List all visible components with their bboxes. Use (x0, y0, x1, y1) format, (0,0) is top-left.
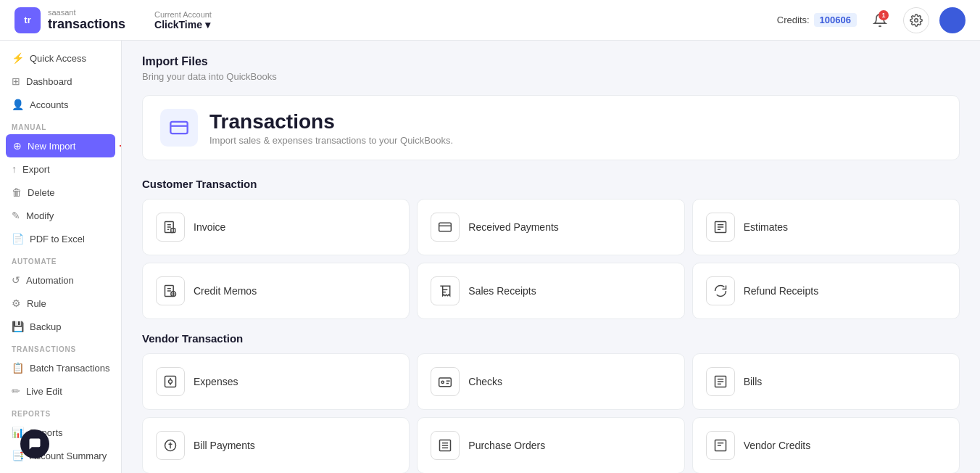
gear-icon (910, 14, 923, 27)
svg-rect-1 (170, 122, 187, 133)
sidebar-item-export[interactable]: ↑ Export (0, 157, 121, 181)
vendor-credits-label: Vendor Credits (744, 440, 811, 451)
main-content: Import Files Bring your data into QuickB… (122, 41, 980, 473)
sidebar-item-new-import[interactable]: ⊕ New Import (6, 134, 115, 157)
chat-icon (28, 437, 42, 451)
tx-card-bills[interactable]: Bills (692, 353, 960, 410)
tx-card-invoice[interactable]: Invoice (142, 199, 410, 255)
bill-payments-label: Bill Payments (194, 440, 255, 451)
transactions-section-label: TRANSACTIONS (0, 338, 121, 356)
app-layout: ⚡ Quick Access ⊞ Dashboard 👤 Accounts MA… (0, 41, 980, 473)
account-selector[interactable]: ClickTime ▾ (154, 19, 212, 30)
sidebar-item-label: New Import (28, 141, 75, 152)
account-info: Current Account ClickTime ▾ (154, 10, 212, 30)
tx-card-refund-receipts[interactable]: Refund Receipts (692, 263, 960, 319)
sidebar-item-label: Export (22, 164, 50, 175)
hero-icon-wrap (160, 109, 198, 147)
accounts-icon: 👤 (12, 99, 24, 110)
automate-section-label: AUTOMATE (0, 250, 121, 268)
sidebar-item-delete[interactable]: 🗑 Delete (0, 181, 121, 204)
sales-receipts-label: Sales Receipts (468, 285, 536, 297)
customer-transaction-grid: Invoice Received Payments (142, 199, 960, 319)
credits-badge: 100606 (814, 13, 857, 27)
dashboard-icon: ⊞ (12, 75, 20, 87)
transactions-hero-icon (169, 118, 189, 138)
brand-logo: tr (14, 7, 41, 33)
live-edit-icon: ✏ (12, 385, 20, 397)
chat-bubble[interactable] (20, 429, 49, 458)
notification-button[interactable]: 1 (867, 7, 893, 33)
sidebar-item-label: Accounts (30, 99, 68, 110)
sidebar-item-rule[interactable]: ⚙ Rule (0, 292, 121, 315)
sidebar-item-label: Quick Access (30, 53, 86, 64)
estimates-label: Estimates (744, 221, 788, 233)
credits-label: Credits: (777, 15, 810, 25)
chevron-down-icon: ▾ (205, 19, 210, 30)
checks-label: Checks (468, 376, 502, 387)
sidebar-item-account-summary[interactable]: 📑 Account Summary (0, 444, 121, 467)
sidebar-item-pdf-to-excel[interactable]: 📄 PDF to Excel (0, 227, 121, 250)
automation-icon: ↺ (12, 274, 20, 286)
page-subtitle: Bring your data into QuickBooks (142, 71, 960, 82)
sidebar-item-dashboard[interactable]: ⊞ Dashboard (0, 70, 121, 93)
tx-card-checks[interactable]: Checks (417, 353, 684, 410)
vendor-transaction-grid: Expenses Checks (142, 353, 960, 473)
vendor-credits-icon (706, 431, 735, 460)
notification-badge: 1 (879, 10, 889, 20)
rule-icon: ⚙ (12, 297, 21, 309)
header-right: Credits: 100606 1 (777, 7, 966, 33)
reports-section-label: REPORTS (0, 403, 121, 421)
svg-point-26 (441, 381, 444, 383)
user-avatar[interactable] (939, 7, 966, 33)
bills-icon (706, 367, 735, 396)
sidebar-item-label: Modify (26, 210, 54, 221)
hero-card: Transactions Import sales & expenses tra… (142, 95, 960, 160)
svg-rect-8 (439, 223, 452, 231)
sidebar-item-reports[interactable]: 📊 Reports (0, 421, 121, 444)
credit-memos-label: Credit Memos (194, 285, 257, 297)
manual-section-label: MANUAL (0, 116, 121, 134)
received-payments-label: Received Payments (468, 221, 559, 233)
expenses-icon (156, 367, 185, 396)
expenses-label: Expenses (194, 376, 238, 387)
export-icon: ↑ (12, 163, 17, 175)
logo-area: tr saasant transactions Current Account … (14, 7, 212, 33)
tx-card-credit-memos[interactable]: Credit Memos (142, 263, 410, 319)
brand-name: saasant (48, 8, 125, 17)
tx-card-purchase-orders[interactable]: Purchase Orders (417, 417, 684, 473)
sidebar-item-label: Dashboard (26, 76, 72, 87)
sidebar-item-label: Automation (26, 275, 74, 286)
sidebar-item-accounts[interactable]: 👤 Accounts (0, 93, 121, 116)
refund-receipts-icon (706, 276, 735, 305)
sidebar-item-batch-transactions[interactable]: 📋 Batch Transactions (0, 356, 121, 379)
sidebar-item-label: Delete (28, 187, 55, 198)
batch-icon: 📋 (12, 362, 24, 374)
backup-icon: 💾 (12, 321, 24, 332)
sidebar-item-live-edit[interactable]: ✏ Live Edit (0, 379, 121, 403)
vendor-section-title: Vendor Transaction (142, 332, 960, 345)
settings-button[interactable] (903, 7, 929, 33)
sidebar-item-backup[interactable]: 💾 Backup (0, 315, 121, 338)
sidebar-item-label: Rule (27, 298, 46, 309)
sales-receipts-icon (431, 276, 460, 305)
tx-card-bill-payments[interactable]: Bill Payments (142, 417, 410, 473)
refund-receipts-label: Refund Receipts (744, 285, 819, 297)
purchase-orders-label: Purchase Orders (468, 440, 545, 451)
checks-icon (431, 367, 460, 396)
estimates-icon (706, 213, 735, 242)
bills-label: Bills (744, 376, 763, 387)
tx-card-expenses[interactable]: Expenses (142, 353, 410, 410)
tx-card-received-payments[interactable]: Received Payments (417, 199, 684, 255)
app-name: transactions (48, 17, 125, 31)
sidebar-item-label: Live Edit (26, 386, 62, 397)
tx-card-estimates[interactable]: Estimates (692, 199, 960, 255)
sidebar-item-quick-access[interactable]: ⚡ Quick Access (0, 46, 121, 70)
hero-title: Transactions (209, 110, 453, 133)
tx-card-sales-receipts[interactable]: Sales Receipts (417, 263, 684, 319)
received-payments-icon (431, 213, 460, 242)
app-header: tr saasant transactions Current Account … (0, 0, 980, 41)
sidebar-item-modify[interactable]: ✎ Modify (0, 204, 121, 227)
tx-card-vendor-credits[interactable]: Vendor Credits (692, 417, 960, 473)
pdf-icon: 📄 (12, 233, 24, 244)
sidebar-item-automation[interactable]: ↺ Automation (0, 268, 121, 292)
